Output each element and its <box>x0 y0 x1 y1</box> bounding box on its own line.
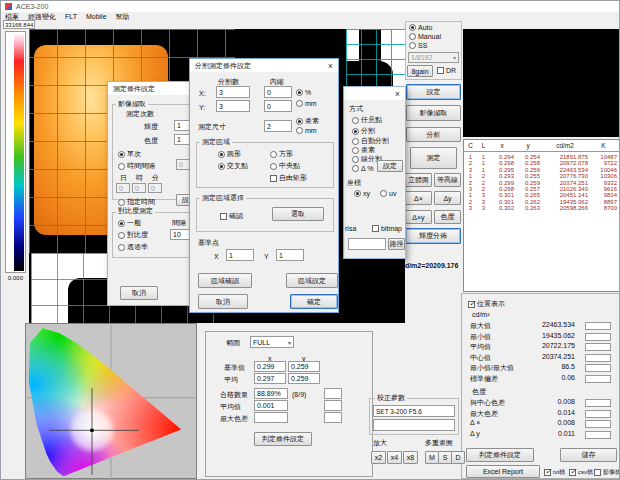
menu-help[interactable]: 幫助 <box>116 12 130 22</box>
uv-radio[interactable]: uv <box>380 190 396 197</box>
dialog-title: 分割測定條件設定 <box>195 61 251 71</box>
confirm-checkbox[interactable]: 確認 <box>220 211 243 221</box>
shutter-select[interactable]: 1/8192 ▾ <box>408 52 459 63</box>
zoom-x4-button[interactable]: x4 <box>387 451 402 464</box>
range-select[interactable]: FULL ▾ <box>250 336 294 348</box>
day-field[interactable]: 0 <box>116 183 130 193</box>
judge-condition-button[interactable]: 判定條件設定 <box>254 432 312 446</box>
chroma-label: 色度 <box>144 136 158 145</box>
xy-radio[interactable]: xy <box>354 190 370 197</box>
split-radio[interactable]: 分割 <box>352 126 375 136</box>
window-title: ACE3-200 <box>16 2 48 11</box>
div-label: 分割數 <box>218 77 239 86</box>
lum-dist-button[interactable]: 輝度分佈 <box>405 228 461 244</box>
base-x-field[interactable]: 1 <box>226 249 254 261</box>
gain-button[interactable]: 8gain <box>407 65 433 77</box>
delta-xy-button[interactable]: Δ×y <box>405 210 432 224</box>
capture-button[interactable]: 影像擷取 <box>406 105 461 121</box>
avg-y-field[interactable]: 0.259 <box>288 373 320 384</box>
base-x-field[interactable]: 0.299 <box>254 361 286 372</box>
zoom-x8-button[interactable]: x8 <box>403 451 418 464</box>
single-radio[interactable]: 單次 <box>118 149 141 159</box>
interval-radio[interactable]: 時間間隔 <box>118 161 155 171</box>
menu-mobile[interactable]: Mobile <box>86 13 107 20</box>
free-rect-checkbox[interactable]: 自由矩形 <box>270 173 307 183</box>
luminance-readout: cd/m2=20209.176 <box>401 261 458 270</box>
ok-button[interactable]: 確定 <box>290 294 338 309</box>
bitmap-checkbox[interactable]: bitmap <box>372 225 402 232</box>
delta-percent-radio[interactable]: Δ % <box>352 165 373 172</box>
exposure-manual-radio[interactable]: Manual <box>409 33 441 40</box>
mm2-radio[interactable]: mm <box>296 127 317 134</box>
area-confirm-button[interactable]: 區域確認 <box>198 273 252 288</box>
contour-button[interactable]: 等高線 <box>434 173 461 187</box>
x-inset-field[interactable]: 0 <box>264 86 292 98</box>
table-header: CLxycd/m2K <box>464 140 619 152</box>
iso3d-button[interactable]: 立體圖 <box>405 173 432 187</box>
close-icon[interactable]: × <box>390 87 405 100</box>
delta-y-button[interactable]: Δy <box>434 191 461 205</box>
any-point-radio[interactable]: 任意點 <box>352 115 382 125</box>
base-y-field[interactable]: 1 <box>276 249 304 261</box>
path-button[interactable]: 路徑 <box>388 238 405 250</box>
analyze-button[interactable]: 分析 <box>406 127 461 142</box>
indicator-box <box>324 400 342 411</box>
y-inset-field[interactable]: 0 <box>264 100 292 112</box>
base-y-field[interactable]: 0.259 <box>288 361 320 372</box>
circle-radio[interactable]: 圓形 <box>218 149 241 159</box>
x-div-field[interactable]: 3 <box>216 86 250 98</box>
avg-label: 平均 <box>224 375 238 384</box>
position-display-checkbox[interactable]: 位置表示 <box>468 299 505 309</box>
cie-diagram-panel[interactable] <box>25 323 197 479</box>
transmit-radio[interactable]: 透過率 <box>118 242 148 252</box>
count-label: 測定次數 <box>126 109 154 118</box>
stat-row: 最小值19435.062 <box>462 332 619 343</box>
multi-m-button[interactable]: M <box>425 451 439 464</box>
normal-radio[interactable]: 一般 <box>118 218 141 228</box>
mm-radio[interactable]: mm <box>296 100 317 107</box>
multi-d-button[interactable]: D <box>451 451 465 464</box>
zoom-x2-button[interactable]: x2 <box>371 451 386 464</box>
method-set-button[interactable]: 設定 <box>377 160 403 172</box>
multi-s-button[interactable]: S <box>438 451 452 464</box>
size-label: 測定尺寸 <box>198 122 226 131</box>
pick-button[interactable]: 選取 <box>272 207 324 221</box>
chroma-button[interactable]: 色度 <box>434 210 461 224</box>
pixel-radio[interactable]: 畫素 <box>296 116 319 126</box>
cancel-button[interactable]: 取消 <box>198 294 248 309</box>
path-field[interactable] <box>348 238 386 250</box>
center-radio[interactable]: 中央點 <box>270 161 300 171</box>
percent-radio[interactable]: % <box>296 89 311 96</box>
hour-field[interactable]: 0 <box>132 183 146 193</box>
save-button[interactable]: 儲存 <box>560 448 617 462</box>
dialog-title-bar[interactable]: 分割測定條件設定 <box>190 59 338 72</box>
colorbar-min-value: 0.000 <box>8 274 23 283</box>
csv-file-checkbox[interactable]: csv檔 <box>569 468 593 477</box>
menu-flt[interactable]: FLT <box>65 13 77 20</box>
delta-x-button[interactable]: Δ× <box>405 191 432 205</box>
cancel-button[interactable]: 取消 <box>120 286 158 300</box>
app-window: ACE3-200 檔案 經路變化 FLT Mobile 幫助 33168.844… <box>0 0 620 480</box>
dr-checkbox[interactable]: DR <box>437 67 456 74</box>
indicator-box <box>585 364 611 372</box>
stat-row: 標準偏差0.06 <box>462 374 619 385</box>
size-field[interactable]: 2 <box>264 120 292 132</box>
contrast-radio[interactable]: 對比度 <box>118 230 148 240</box>
image-file-checkbox[interactable]: 影像檔 <box>594 468 620 477</box>
judge-condition-button[interactable]: 判定條件設定 <box>466 448 534 462</box>
excel-report-button[interactable]: Excel Report <box>466 465 540 478</box>
minute-field[interactable]: 0 <box>148 183 162 193</box>
square-radio[interactable]: 方形 <box>270 149 293 159</box>
measure-button[interactable]: 測定 <box>410 147 457 169</box>
y-div-field[interactable]: 3 <box>216 100 250 112</box>
area-set-button[interactable]: 區域設定 <box>286 273 338 288</box>
exposure-auto-radio[interactable]: Auto <box>409 24 432 31</box>
txt-file-checkbox[interactable]: txt檔 <box>544 468 565 477</box>
close-icon[interactable]: × <box>323 59 338 72</box>
set-button[interactable]: 設定 <box>406 84 461 100</box>
risa-label: risa <box>345 224 356 233</box>
stat-row: 最小值/最大值86.5 <box>462 363 619 374</box>
cross-radio[interactable]: 交叉點 <box>218 161 248 171</box>
exposure-ss-radio[interactable]: SS <box>409 42 427 49</box>
avg-x-field[interactable]: 0.297 <box>254 373 286 384</box>
